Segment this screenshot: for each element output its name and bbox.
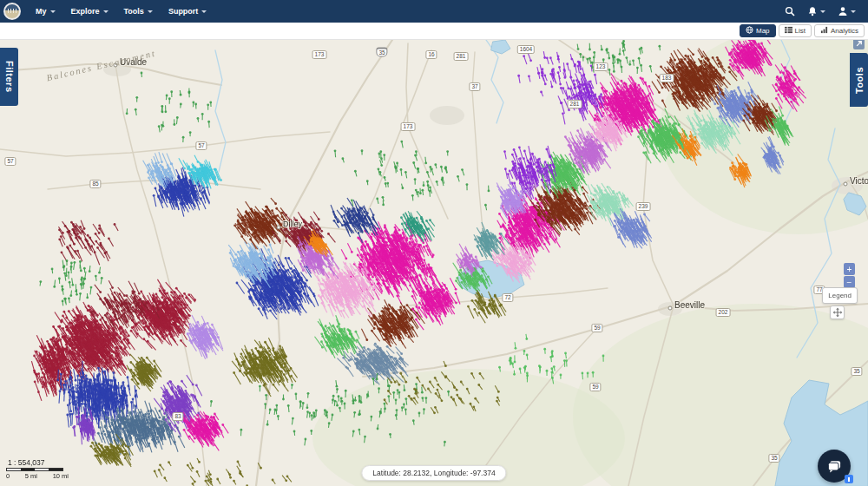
analytics-icon [820, 26, 828, 36]
top-navbar: MyExploreToolsSupport [0, 0, 868, 23]
zoom-controls: + − [844, 263, 855, 288]
view-toggle-bar: MapListAnalytics [0, 23, 868, 40]
map-canvas[interactable] [0, 40, 868, 486]
map-viewport[interactable]: 1733516281160437173123281183855757239202… [0, 40, 868, 486]
chat-badge [845, 475, 853, 483]
navbar-right [785, 6, 868, 16]
coordinates-status: Latitude: 28.2132, Longitude: -97.374 [361, 465, 506, 481]
view-toggle-list[interactable]: List [779, 24, 812, 37]
pan-tool-button[interactable] [830, 305, 845, 319]
globe-icon [746, 26, 753, 36]
nav-menu-tools[interactable]: Tools [116, 0, 161, 23]
zoom-out-button[interactable]: − [844, 276, 855, 288]
scale-tick: 0 [6, 472, 10, 480]
notifications-bell-icon[interactable] [807, 6, 825, 16]
scale-tick: 10 mi [53, 472, 69, 480]
scale-bar [6, 468, 63, 471]
nav-menu-explore[interactable]: Explore [63, 0, 116, 23]
list-icon [785, 26, 792, 36]
legend-button[interactable]: Legend [822, 287, 858, 304]
filters-panel-tab[interactable]: Filters [0, 48, 18, 106]
move-arrows-icon [832, 307, 843, 318]
scale-tick: 5 mi [25, 472, 37, 480]
search-icon[interactable] [785, 6, 795, 16]
chat-launcher-button[interactable] [818, 450, 851, 483]
nav-menu-support[interactable]: Support [161, 0, 215, 23]
chat-bubble-icon [825, 457, 843, 475]
navbar-menus: MyExploreToolsSupport [28, 0, 214, 23]
app-logo[interactable] [3, 3, 21, 20]
zoom-in-button[interactable]: + [844, 263, 855, 275]
view-toggle-analytics[interactable]: Analytics [814, 24, 865, 37]
scale-tick-labels: 05 mi10 mi [6, 472, 69, 480]
tools-panel-tab[interactable]: Tools [850, 53, 868, 107]
view-toggle-map[interactable]: Map [740, 24, 776, 37]
scale-ratio-text: 1 : 554,037 [8, 458, 69, 467]
map-scale-control: 1 : 554,037 05 mi10 mi [6, 458, 69, 480]
nav-menu-my[interactable]: My [28, 0, 63, 23]
user-account-icon[interactable] [838, 6, 856, 16]
